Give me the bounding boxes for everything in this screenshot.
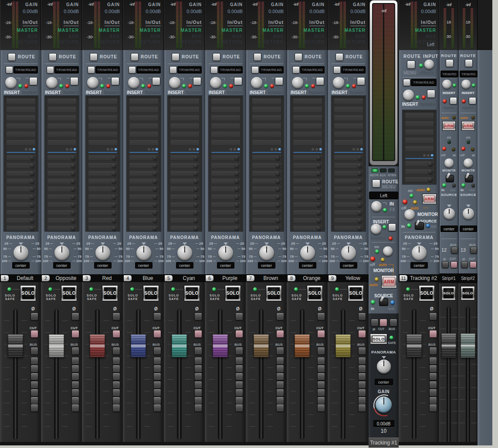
channel-number-badge[interactable]: 11 — [399, 275, 408, 282]
channel-name[interactable]: Blue — [132, 275, 164, 281]
bus-button[interactable] — [276, 347, 284, 355]
cut-button[interactable] — [317, 330, 325, 338]
cut-button[interactable] — [153, 330, 161, 338]
fader-track[interactable] — [341, 310, 345, 439]
bus-assign-button[interactable] — [235, 397, 243, 404]
phase-button[interactable] — [112, 313, 120, 320]
solo-button[interactable]: SOLO — [61, 285, 77, 301]
bus-assign-button[interactable] — [112, 365, 120, 373]
phase-button[interactable] — [317, 313, 325, 320]
bypass-button[interactable] — [275, 77, 283, 85]
pan-value[interactable]: center — [299, 262, 316, 269]
source-toggle[interactable] — [379, 298, 388, 306]
aux-assign-label[interactable]: AUX — [232, 34, 243, 39]
trim-read-display[interactable]: TRIM/READ — [218, 66, 243, 74]
bus-assign-button[interactable] — [71, 389, 79, 397]
bus-assign-button[interactable] — [30, 381, 38, 389]
trim-read-display[interactable]: TRIM/READ — [341, 66, 366, 74]
insert-knob[interactable] — [210, 77, 221, 88]
cut-button[interactable] — [451, 261, 457, 268]
bus-assign-button[interactable] — [429, 381, 437, 389]
in-out-button[interactable]: In/Out — [146, 20, 161, 26]
fader-handle[interactable] — [213, 334, 228, 357]
trim-mode-button[interactable] — [169, 66, 177, 74]
channel-name-row[interactable]: 1 Default — [0, 274, 41, 282]
gain-value[interactable]: 0.00dB — [146, 9, 161, 14]
processor-box[interactable] — [85, 95, 120, 232]
bus-assign-button[interactable] — [194, 389, 202, 397]
channel-name-row[interactable]: 4 Blue — [123, 274, 164, 282]
insert-knob[interactable] — [5, 77, 17, 88]
phase-button[interactable] — [461, 261, 468, 268]
return-assign-label[interactable]: RETURN — [58, 40, 79, 44]
solo-button[interactable]: SOLO — [348, 285, 364, 301]
bus-assign-button[interactable] — [276, 389, 284, 397]
bus-assign-button[interactable] — [317, 397, 325, 404]
output-display[interactable]: Left — [369, 192, 398, 199]
bus-assign-button[interactable] — [153, 365, 161, 373]
trim-mode-button[interactable] — [47, 66, 54, 74]
in-out-button[interactable]: In/Out — [186, 20, 202, 26]
bus-button[interactable] — [429, 347, 437, 355]
phase-button[interactable] — [429, 313, 437, 320]
bus-assign-button[interactable] — [112, 373, 120, 381]
channel-number-badge[interactable]: 8 — [287, 275, 296, 282]
pan-knob[interactable] — [95, 246, 110, 260]
bus-assign-button[interactable] — [235, 389, 243, 397]
bus-assign-button[interactable] — [194, 357, 202, 365]
route-button[interactable] — [446, 59, 454, 67]
solo-button[interactable]: SOLO — [370, 333, 387, 344]
master-assign-label[interactable]: MASTER — [58, 28, 79, 33]
bus-assign-button[interactable] — [112, 397, 120, 404]
insert-knob[interactable] — [333, 77, 344, 88]
processor-box[interactable] — [249, 95, 284, 232]
bypass-button[interactable] — [111, 77, 119, 85]
fader-handle[interactable] — [172, 334, 187, 357]
gain-value[interactable]: 0.00dB — [186, 9, 202, 14]
bus-assign-button[interactable] — [317, 373, 325, 381]
gain-value[interactable]: 0.00dB — [64, 9, 79, 14]
pan-knob[interactable] — [259, 246, 274, 260]
bus-assign-button[interactable] — [358, 397, 366, 404]
processor-box[interactable] — [126, 95, 161, 232]
channel-number-badge[interactable]: 6 — [205, 275, 214, 282]
bus-assign-button[interactable] — [235, 381, 243, 389]
phase-button[interactable] — [194, 313, 202, 320]
channel-name[interactable]: Purple — [214, 275, 246, 281]
aux-select-light[interactable] — [380, 168, 386, 172]
bus-assign-button[interactable] — [153, 404, 161, 412]
route-button[interactable] — [254, 53, 261, 61]
bypass-button[interactable] — [450, 97, 457, 104]
bus-button[interactable] — [112, 347, 120, 355]
pan-value[interactable]: center — [375, 379, 393, 385]
channel-number-badge[interactable]: 2 — [41, 275, 50, 282]
bus-assign-button[interactable] — [429, 365, 437, 373]
phase-button[interactable] — [276, 313, 284, 320]
trim-read-display[interactable]: TRIM/READ — [54, 66, 79, 74]
fader-track[interactable] — [177, 310, 181, 439]
pan-value[interactable]: center — [340, 262, 357, 269]
phase-button[interactable] — [358, 313, 366, 320]
trim-read-display[interactable]: TRIM/RD — [440, 71, 458, 77]
pan-knob[interactable] — [463, 208, 474, 219]
trim-read-display[interactable]: TRIM/READ — [411, 79, 437, 86]
pan-knob[interactable] — [377, 360, 391, 374]
processor-box[interactable] — [3, 95, 38, 232]
pan-value[interactable]: center — [460, 226, 477, 232]
bypass-button[interactable] — [152, 77, 160, 85]
bus-assign-button[interactable] — [71, 357, 79, 365]
bus-assign-button[interactable] — [30, 397, 38, 404]
processor-box[interactable] — [167, 95, 202, 232]
bypass-button[interactable] — [70, 77, 78, 85]
bus-assign-button[interactable] — [71, 381, 79, 389]
phase-button[interactable] — [235, 313, 243, 320]
insert-knob[interactable] — [442, 80, 451, 89]
insert-knob[interactable] — [169, 77, 180, 88]
strip-name[interactable]: Tracking #1 — [369, 438, 399, 448]
bus-assign-button[interactable] — [30, 389, 38, 397]
bus-assign-button[interactable] — [71, 365, 79, 373]
processor-box[interactable] — [44, 95, 79, 232]
bus-button[interactable] — [194, 347, 202, 355]
channel-name-row[interactable]: 11 Tracking #2 — [399, 274, 439, 282]
bus-assign-button[interactable] — [71, 373, 79, 381]
